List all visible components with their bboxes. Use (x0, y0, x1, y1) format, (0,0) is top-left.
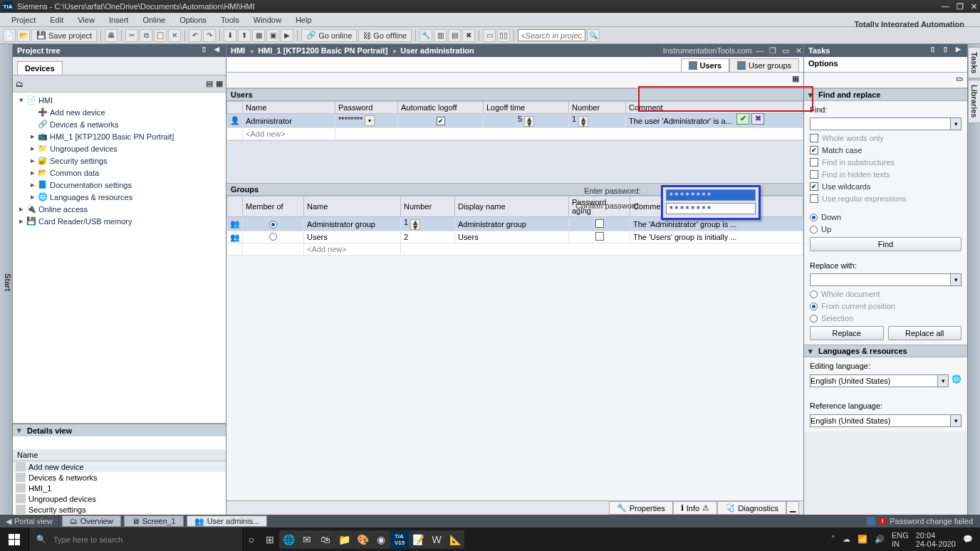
print-icon[interactable]: 🖶 (105, 29, 118, 42)
users-tab[interactable]: Users (681, 58, 730, 72)
col-logoff-time[interactable]: Logoff time (484, 102, 569, 114)
details-row[interactable]: Security settings (13, 504, 226, 515)
editor-tool-icon[interactable]: ▦ (792, 74, 799, 86)
group-row-users[interactable]: 👥 Users 2 Users The 'Users' group is ini… (227, 231, 803, 243)
password-dropdown[interactable]: ▾ (365, 115, 375, 126)
replace-button[interactable]: Replace (810, 326, 884, 340)
tree-item[interactable]: ▸🔐Security settings (13, 154, 226, 167)
open-tab-user-admin[interactable]: 👥 User adminis... (187, 515, 267, 527)
gcol-member[interactable]: Member of (243, 196, 304, 217)
windows-search[interactable]: 🔍 Type here to search (28, 528, 242, 551)
tasks-pin-icon[interactable]: ▶ (953, 46, 963, 56)
explorer-icon[interactable]: 📁 (335, 530, 353, 549)
tia-icon[interactable]: TIAV15 (390, 530, 409, 549)
cortana-icon[interactable]: ○ (242, 530, 261, 549)
tree-item[interactable]: ▸📺HMI_1 [KTP1200 Basic PN Portrait] (13, 130, 226, 142)
split-h-icon[interactable]: ▭ (483, 29, 496, 42)
tray-notifications-icon[interactable]: 💬 (963, 535, 973, 544)
system-tray[interactable]: ˄ ☁ 📶 🔊 ENGIN 20:0424-04-2020 💬 (824, 531, 980, 548)
project-tree[interactable]: ▾📄HMI➕Add new device🔗Devices & networks▸… (13, 93, 226, 424)
find-replace-header[interactable]: ▾Find and replace (804, 88, 967, 101)
redo-icon[interactable]: ↷ (203, 29, 216, 42)
whole-words-option[interactable]: Whole words only (810, 134, 961, 142)
editor-restore-icon[interactable]: ▭ (781, 46, 791, 56)
enter-password-input[interactable] (666, 189, 756, 201)
tree-item[interactable]: ▸🌐Languages & resources (13, 191, 226, 203)
tree-item[interactable]: ▸💾Card Reader/USB memory (13, 215, 226, 227)
member-radio-admin[interactable] (269, 221, 277, 229)
password-ok-button[interactable]: ✔ (736, 113, 749, 125)
delete-icon[interactable]: ✕ (168, 29, 181, 42)
gcol-display[interactable]: Display name (455, 196, 569, 217)
info-tab[interactable]: ℹ Info ⚠ (673, 501, 717, 515)
paste-icon[interactable]: 📋 (154, 29, 167, 42)
close-button[interactable]: ✕ (971, 2, 977, 11)
tasks-tool2-icon[interactable]: ▯ (940, 46, 950, 56)
menu-edit[interactable]: Edit (43, 16, 71, 24)
editor-max-icon[interactable]: ❐ (768, 46, 778, 56)
lang-tool-icon[interactable]: 🌐 (952, 374, 961, 387)
replace-all-button[interactable]: Replace all (888, 326, 962, 340)
find-button[interactable]: Find (810, 237, 961, 251)
details-row[interactable]: Devices & networks (13, 472, 226, 483)
confirm-password-input[interactable] (666, 203, 756, 214)
menu-window[interactable]: Window (246, 16, 288, 24)
menu-insert[interactable]: Insert (102, 16, 136, 24)
tree-item[interactable]: ➕Add new device (13, 106, 226, 118)
tasks-tool1-icon[interactable]: ▯ (927, 46, 937, 56)
new-project-icon[interactable]: 📄 (3, 29, 16, 42)
open-tab-overview[interactable]: 🗂 Overview (62, 515, 121, 527)
group-number-spinner[interactable]: ▲▼ (410, 219, 420, 230)
chrome-icon[interactable]: ◉ (372, 530, 390, 549)
portal-view-button[interactable]: ◀ Portal view (0, 515, 59, 528)
tree-item[interactable]: ▸📘Documentation settings (13, 179, 226, 191)
download-icon[interactable]: ⬇ (224, 29, 236, 42)
up-option[interactable]: Up (810, 225, 961, 233)
properties-tab[interactable]: 🔧 Properties (609, 501, 673, 515)
editing-lang-dropdown[interactable]: ▾ (937, 374, 949, 387)
logoff-time-spinner[interactable]: ▲▼ (524, 116, 534, 127)
cross-ref-icon[interactable]: ▤ (448, 29, 461, 42)
options-tab[interactable]: Options (804, 57, 967, 73)
device-view-icon[interactable]: 🗂 (16, 80, 24, 88)
devices-tab[interactable]: Devices (17, 61, 63, 75)
col-number[interactable]: Number (569, 102, 626, 114)
down-option[interactable]: Down (810, 213, 961, 221)
view-mode-1-icon[interactable]: ▤ (206, 79, 213, 88)
details-row[interactable]: Add new device (13, 461, 226, 472)
tree-collapse-icon[interactable]: ▯ (199, 46, 209, 56)
languages-header[interactable]: ▾Languages & resources (804, 345, 967, 357)
gcol-name[interactable]: Name (304, 196, 401, 217)
password-cancel-button[interactable]: ✖ (751, 113, 764, 125)
tree-item[interactable]: ▸📁Ungrouped devices (13, 142, 226, 154)
open-project-icon[interactable]: 📂 (17, 29, 30, 42)
menu-view[interactable]: View (71, 16, 102, 24)
mail-icon[interactable]: ✉ (298, 530, 316, 549)
col-auto-logoff[interactable]: Automatic logoff (398, 102, 484, 114)
match-case-option[interactable]: Match case (810, 146, 961, 154)
member-radio-users[interactable] (269, 233, 277, 241)
details-row[interactable]: Ungrouped devices (13, 493, 226, 504)
user-groups-tab[interactable]: User groups (729, 58, 799, 72)
go-online-button[interactable]: 🔗 Go online (301, 29, 357, 42)
user-row-administrator[interactable]: 👤 Administrator ******** ▾ 5 ▲▼ 1 ▲▼ The… (227, 114, 803, 128)
cut-icon[interactable]: ✂ (125, 29, 138, 42)
hidden-texts-option[interactable]: Find in hidden texts (810, 170, 961, 179)
editor-close-icon[interactable]: ✕ (793, 46, 803, 56)
menu-online[interactable]: Online (135, 16, 172, 24)
close-online-icon[interactable]: ✖ (462, 29, 475, 42)
col-password[interactable]: Password (335, 102, 398, 114)
hw-config-icon[interactable]: ▣ (266, 29, 279, 42)
tray-lang[interactable]: ENGIN (892, 531, 909, 548)
tray-clock[interactable]: 20:0424-04-2020 (916, 531, 956, 548)
libraries-rail-tab[interactable]: Libraries (968, 80, 981, 122)
tray-cloud-icon[interactable]: ☁ (843, 535, 850, 544)
wildcards-option[interactable]: Use wildcards (810, 182, 961, 191)
whole-doc-option[interactable]: Whole document (810, 290, 961, 298)
save-project-button[interactable]: 💾 Save project (31, 29, 97, 42)
gcol-number[interactable]: Number (401, 196, 455, 217)
word-icon[interactable]: W (427, 530, 446, 549)
users-table[interactable]: Name Password Automatic logoff Logoff ti… (226, 101, 803, 140)
reference-lang-dropdown[interactable]: ▾ (950, 414, 961, 427)
menu-options[interactable]: Options (172, 16, 214, 24)
